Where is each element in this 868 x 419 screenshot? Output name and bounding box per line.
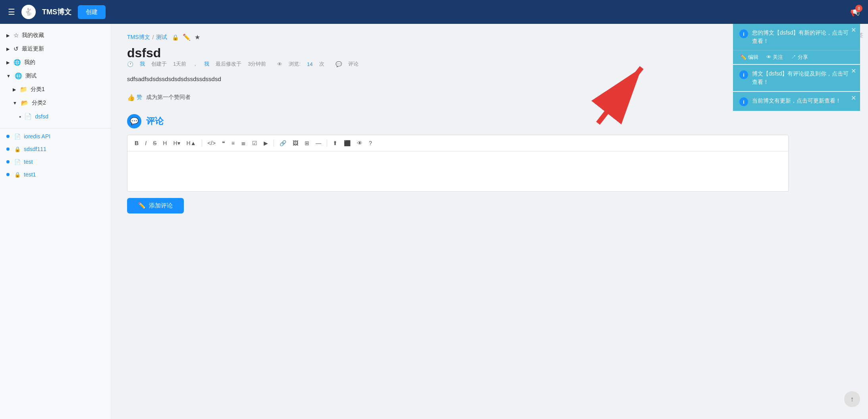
- sidebar-item-mine[interactable]: ▶ 🌐 我的: [0, 56, 111, 69]
- toolbar-code[interactable]: </>: [205, 138, 218, 148]
- breadcrumb-separator: /: [152, 34, 154, 41]
- sidebar-item-sdsdf111[interactable]: 🔒 sdsdf111: [0, 143, 111, 155]
- notif-text-1: 您的博文【dsfsd】有新的评论，点击可查看！: [752, 29, 854, 45]
- sidebar-item-category2[interactable]: ▼ 📂 分类2: [0, 96, 111, 110]
- toolbar-link[interactable]: 🔗: [277, 138, 289, 148]
- announce-icon[interactable]: 📢 8: [850, 7, 860, 17]
- toolbar-sep2: [274, 140, 274, 147]
- file-icon: 📄: [14, 159, 21, 165]
- toolbar-strikethrough[interactable]: S: [150, 138, 159, 148]
- toolbar-table[interactable]: ⊞: [302, 138, 312, 148]
- clock-icon: 🕐: [127, 61, 133, 67]
- dot-icon: [6, 173, 10, 176]
- toolbar-preview[interactable]: 👁: [355, 138, 365, 148]
- notif-share-btn[interactable]: ↗ 分享: [789, 53, 810, 62]
- toolbar-help[interactable]: ?: [366, 138, 374, 148]
- toolbar-task[interactable]: ☑: [250, 138, 260, 148]
- sidebar-item-category1[interactable]: ▶ 📁 分类1: [0, 83, 111, 96]
- notif-text-3: 当前博文有更新，点击可更新查看！: [752, 97, 854, 105]
- toolbar-italic[interactable]: I: [143, 138, 149, 148]
- notif-follow-btn[interactable]: 👁 关注: [764, 53, 786, 62]
- notif-close-2[interactable]: ✕: [851, 68, 856, 74]
- folder-open-icon: 📂: [21, 99, 29, 107]
- sidebar-label-category2: 分类2: [32, 99, 46, 107]
- add-comment-button[interactable]: ✏️ 添加评论: [127, 198, 184, 213]
- sidebar-item-test1[interactable]: 🔒 test1: [0, 168, 111, 181]
- toolbar-sep3: [327, 140, 327, 147]
- chevron-right-icon: ▶: [13, 87, 16, 92]
- chevron-right-icon: ▶: [6, 33, 10, 38]
- notif-item-3[interactable]: i 当前博文有更新，点击可更新查看！ ✕: [733, 92, 860, 111]
- add-comment-label: 添加评论: [149, 202, 173, 210]
- article-title: dsfsd: [127, 46, 789, 60]
- sidebar-label-ioredis: ioredis API: [24, 133, 50, 140]
- dot-icon: [6, 135, 10, 138]
- sidebar-label-test: 测试: [25, 72, 37, 80]
- header: ☰ 🐇 TMS博文 创建 📢 8: [0, 0, 868, 24]
- editor-toolbar: B I S H H▾ H▲ </> ❝ ≡ ≣ ☑ ▶ 🔗 🖼 ⊞ — ⬆: [127, 135, 788, 151]
- menu-icon[interactable]: ☰: [8, 7, 15, 17]
- chat-icon: 💬: [127, 114, 141, 128]
- lock-small-icon: 🔒: [172, 34, 179, 41]
- edit-icon[interactable]: ✏️: [183, 33, 191, 41]
- sidebar-item-recent[interactable]: ▶ ↺ 最近更新: [0, 42, 111, 56]
- toolbar-sep1: [202, 140, 202, 147]
- sidebar-label-test1: test1: [24, 171, 36, 178]
- editor-body[interactable]: [127, 151, 788, 191]
- toolbar-bold[interactable]: B: [132, 138, 141, 148]
- toolbar-image[interactable]: 🖼: [290, 138, 301, 148]
- toolbar-unordered-list[interactable]: ≡: [229, 138, 237, 148]
- toolbar-h-down[interactable]: H▾: [171, 138, 182, 148]
- notif-item-2[interactable]: i 博文【dsfsd】有评论提及到你，点击可查看！ ✕: [733, 65, 860, 91]
- scroll-top-button[interactable]: ↑: [844, 391, 860, 407]
- author-link[interactable]: 我: [140, 60, 145, 68]
- notif-info-icon-2: i: [739, 70, 748, 79]
- sidebar-label-test: test: [24, 159, 33, 165]
- like-button[interactable]: 👍 赞: [127, 94, 142, 101]
- header-right: 📢 8: [850, 7, 860, 17]
- editor-link[interactable]: 我: [204, 60, 209, 68]
- toolbar-hr[interactable]: —: [313, 138, 324, 148]
- notif-close-1[interactable]: ✕: [851, 27, 856, 33]
- sidebar-item-test[interactable]: ▼ 🌐 测试: [0, 69, 111, 83]
- breadcrumb-part1[interactable]: TMS博文: [127, 34, 150, 41]
- breadcrumb-part2[interactable]: 测试: [156, 34, 167, 41]
- star-icon[interactable]: ★: [195, 33, 200, 41]
- article-meta: 🕐 我 创建于 1天前， 我 最后修改于 3分钟前 👁 浏览: 14 次 💬 评…: [127, 60, 789, 68]
- article-body: sdfsadfsdsdssdsdsdsdssdssdssdsd: [127, 74, 789, 84]
- notif-item-1[interactable]: i 您的博文【dsfsd】有新的评论，点击可查看！ ✕: [733, 24, 860, 50]
- sidebar-item-test-doc[interactable]: 📄 test: [0, 155, 111, 168]
- notification-1: i 您的博文【dsfsd】有新的评论，点击可查看！ ✕ ✏️ 编辑 👁 关注 ↗…: [733, 24, 860, 64]
- created-time: 1天前: [173, 60, 186, 68]
- views-label: 浏览:: [289, 60, 301, 68]
- toolbar-h1[interactable]: H: [160, 138, 169, 148]
- create-button[interactable]: 创建: [78, 5, 106, 19]
- dot-icon: [6, 160, 10, 163]
- notif-text-2: 博文【dsfsd】有评论提及到你，点击可查看！: [752, 70, 854, 86]
- toolbar-h-up[interactable]: H▲: [184, 138, 199, 148]
- toolbar-ordered-list[interactable]: ≣: [239, 138, 248, 148]
- notification-badge: 8: [855, 5, 862, 12]
- sidebar-item-dsfsd[interactable]: • 📄 dsfsd: [0, 110, 111, 123]
- main-content: TMS博文 / 测试 🔒 ✏️ ★ dsfsd 🕐 我 创建于 1天前， 我 最…: [111, 24, 804, 419]
- chevron-right-icon: ▶: [6, 47, 10, 52]
- sidebar: ▶ ☆ 我的收藏 ▶ ↺ 最近更新 ▶ 🌐 我的 ▼ 🌐 测试 ▶ 📁 分类1: [0, 24, 111, 419]
- star-icon: ☆: [14, 32, 19, 39]
- sidebar-item-favorites[interactable]: ▶ ☆ 我的收藏: [0, 29, 111, 42]
- notif-edit-btn[interactable]: ✏️ 编辑: [738, 53, 761, 62]
- file-icon: 📄: [14, 134, 21, 140]
- notifications-panel: i 您的博文【dsfsd】有新的评论，点击可查看！ ✕ ✏️ 编辑 👁 关注 ↗…: [733, 24, 860, 111]
- comment-section-title: 评论: [146, 115, 164, 127]
- notif-close-3[interactable]: ✕: [851, 95, 856, 101]
- site-title: TMS博文: [42, 7, 71, 17]
- sidebar-item-ioredis[interactable]: 📄 ioredis API: [0, 130, 111, 143]
- globe-icon: 🌐: [15, 72, 22, 80]
- toolbar-quote[interactable]: ❝: [220, 138, 228, 148]
- notif-info-icon-1: i: [739, 29, 748, 38]
- sidebar-label-category1: 分类1: [31, 86, 45, 93]
- toolbar-upload[interactable]: ⬆: [330, 138, 340, 148]
- scroll-top-icon: ↑: [851, 395, 854, 403]
- toolbar-play[interactable]: ▶: [261, 138, 270, 148]
- toolbar-embed[interactable]: ⬛: [341, 138, 353, 148]
- file-icon: 📄: [24, 113, 32, 120]
